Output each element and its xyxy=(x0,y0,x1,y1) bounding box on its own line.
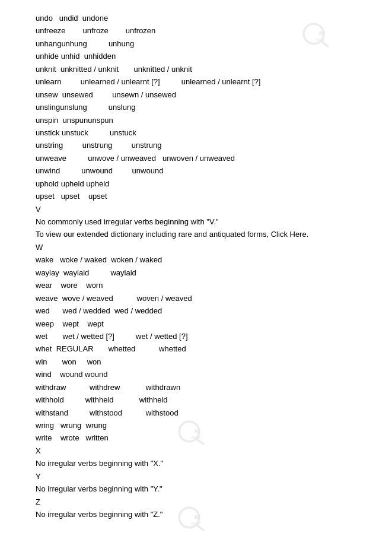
text-line-15: V xyxy=(36,203,356,215)
text-line-21: wear wore worn xyxy=(36,279,356,291)
text-line-32: wring wrung wrung xyxy=(36,419,356,432)
text-line-2: unhangunhung unhung xyxy=(36,37,356,50)
text-line-37: No irregular verbs beginning with "Y." xyxy=(36,483,356,495)
text-line-0: undo undid undone xyxy=(36,12,356,24)
text-line-3: unhide unhid unhidden xyxy=(36,50,356,62)
text-line-31: withstand withstood withstood xyxy=(36,407,356,419)
text-line-25: wet wet / wetted [?] wet / wetted [?] xyxy=(36,330,356,342)
text-line-28: wind wound wound xyxy=(36,368,356,380)
text-line-7: unslingunslung unslung xyxy=(36,101,356,113)
text-line-17: To view our extended dictionary includin… xyxy=(36,228,356,240)
text-line-23: wed wed / wedded wed / wedded xyxy=(36,305,356,317)
text-line-14: upset upset upset xyxy=(36,190,356,202)
text-line-29: withdraw withdrew withdrawn xyxy=(36,381,356,394)
text-line-8: unspin unspununspun xyxy=(36,114,356,126)
text-line-39: No irregular verbs beginning with "Z." xyxy=(36,508,356,521)
text-line-12: unwind unwound unwound xyxy=(36,164,356,177)
text-line-33: write wrote written xyxy=(36,432,356,444)
text-line-30: withhold withheld withheld xyxy=(36,394,356,406)
text-line-16: No commonly used irregular verbs beginni… xyxy=(36,215,356,228)
text-line-1: unfreeze unfroze unfrozen xyxy=(36,24,356,37)
text-line-20: waylay waylaid waylaid xyxy=(36,267,356,279)
text-line-34: X xyxy=(36,445,356,457)
text-line-13: uphold upheld upheld xyxy=(36,177,356,190)
svg-line-9 xyxy=(196,525,203,530)
text-line-11: unweave unwove / unweaved unwoven / unwe… xyxy=(36,152,356,164)
text-line-36: Y xyxy=(36,470,356,483)
text-line-9: unstick unstuck unstuck xyxy=(36,126,356,139)
text-line-26: whet REGULAR whetted whetted xyxy=(36,342,356,355)
text-line-19: wake woke / waked woken / waked xyxy=(36,253,356,266)
text-line-4: unknit unknitted / unknit unknitted / un… xyxy=(36,63,356,75)
text-line-38: Z xyxy=(36,496,356,508)
text-line-24: weep wept wept xyxy=(36,318,356,330)
text-line-22: weave wove / weaved woven / weaved xyxy=(36,292,356,305)
text-line-10: unstring unstrung unstrung xyxy=(36,139,356,151)
text-line-5: unlearn unlearned / unlearnt [?] unlearn… xyxy=(36,75,356,88)
main-content: undo undid undoneunfreeze unfroze unfroz… xyxy=(36,12,356,521)
text-line-35: No irregular verbs beginning with "X." xyxy=(36,457,356,470)
text-line-18: W xyxy=(36,241,356,253)
svg-text:xiv.uz: xiv.uz xyxy=(191,521,201,525)
text-line-6: unsew unsewed unsewn / unsewed xyxy=(36,88,356,101)
text-line-27: win won won xyxy=(36,356,356,368)
